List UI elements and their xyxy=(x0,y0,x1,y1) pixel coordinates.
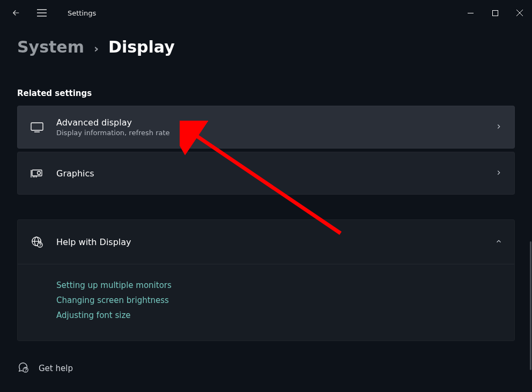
help-links: Setting up multiple monitors Changing sc… xyxy=(18,264,514,341)
titlebar: Settings xyxy=(0,0,532,26)
chevron-right-icon xyxy=(495,168,503,179)
get-help-row[interactable]: Get help xyxy=(17,361,515,375)
minimize-icon xyxy=(468,10,474,16)
close-button[interactable] xyxy=(507,4,532,21)
card-body: Help with Display xyxy=(56,237,495,247)
svg-point-21 xyxy=(25,371,26,372)
content-area: System › Display Related settings Advanc… xyxy=(0,26,532,375)
breadcrumb-current: Display xyxy=(108,38,175,56)
card-body: Advanced display Display information, re… xyxy=(56,117,495,137)
arrow-left-icon xyxy=(11,8,21,18)
breadcrumb-parent[interactable]: System xyxy=(17,38,84,56)
monitor-icon xyxy=(29,122,45,132)
card-title: Help with Display xyxy=(56,237,495,247)
back-button[interactable] xyxy=(4,1,28,25)
help-link-monitors[interactable]: Setting up multiple monitors xyxy=(56,280,503,290)
get-help-label: Get help xyxy=(39,364,73,373)
help-link-font[interactable]: Adjusting font size xyxy=(56,310,503,320)
chevron-right-icon: › xyxy=(94,42,99,55)
card-title: Advanced display xyxy=(56,117,495,128)
app-title: Settings xyxy=(68,9,96,17)
card-body: Graphics xyxy=(56,168,495,179)
svg-rect-7 xyxy=(31,123,43,130)
svg-point-10 xyxy=(38,172,41,175)
scrollbar[interactable] xyxy=(530,241,531,370)
graphics-card[interactable]: Graphics xyxy=(17,152,515,195)
svg-rect-4 xyxy=(492,10,498,16)
card-subtitle: Display information, refresh rate xyxy=(56,129,495,137)
help-header[interactable]: Help with Display xyxy=(18,220,514,264)
navigation-menu-button[interactable] xyxy=(30,1,54,25)
card-title: Graphics xyxy=(56,168,495,179)
titlebar-left: Settings xyxy=(4,1,96,25)
help-link-brightness[interactable]: Changing screen brightness xyxy=(56,295,503,305)
help-chat-icon xyxy=(17,361,29,375)
svg-point-19 xyxy=(40,246,40,247)
window-controls xyxy=(458,4,532,21)
maximize-button[interactable] xyxy=(483,4,507,21)
help-section: Help with Display Setting up multiple mo… xyxy=(17,219,515,341)
chevron-right-icon xyxy=(495,122,503,132)
chevron-up-icon xyxy=(495,237,503,247)
maximize-icon xyxy=(492,10,498,16)
breadcrumb: System › Display xyxy=(17,38,515,56)
close-icon xyxy=(516,10,523,16)
minimize-button[interactable] xyxy=(458,4,483,21)
hamburger-icon xyxy=(37,9,47,17)
section-heading-related: Related settings xyxy=(17,88,515,98)
advanced-display-card[interactable]: Advanced display Display information, re… xyxy=(17,106,515,149)
gpu-icon xyxy=(29,168,45,179)
globe-help-icon xyxy=(29,236,45,248)
